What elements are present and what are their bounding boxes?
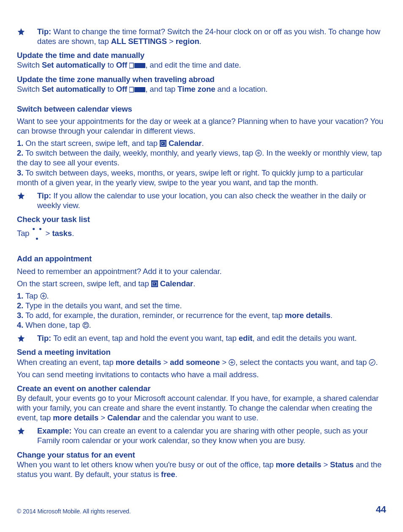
svg-rect-10 xyxy=(154,283,155,284)
tip-callout: Tip: If you allow the calendar to use yo… xyxy=(17,191,386,210)
step-2: 2. To switch between the daily, weekly, … xyxy=(17,148,386,167)
step-4: 4. When done, tap . xyxy=(17,320,386,330)
toggle-off-icon xyxy=(129,87,145,93)
svg-rect-14 xyxy=(85,324,86,325)
body-task-list: Tap • • • > tasks. xyxy=(17,224,386,244)
body-send-meeting-note: You can send meeting invitations to cont… xyxy=(17,370,386,379)
step-3: 3. To add, for example, the duration, re… xyxy=(17,310,386,320)
svg-point-12 xyxy=(83,322,89,328)
svg-rect-0 xyxy=(129,63,133,68)
calendar-tile-icon xyxy=(160,140,166,147)
step-2: 2. Type in the details you want, and set… xyxy=(17,301,386,310)
body-change-status: When you want to let others know when yo… xyxy=(17,460,386,479)
body-update-time: Switch Set automatically to Off , and ed… xyxy=(17,60,386,70)
star-icon xyxy=(17,191,37,210)
heading-switch-views: Switch between calendar views xyxy=(17,104,386,114)
step-list: 1. Tap . 2. Type in the details you want… xyxy=(17,291,386,330)
step-1: 1. Tap . xyxy=(17,291,386,301)
heading-send-meeting: Send a meeting invitation xyxy=(17,347,386,357)
copyright: © 2014 Microsoft Mobile. All rights rese… xyxy=(17,508,131,516)
body-switch-views-intro: Want to see your appointments for the da… xyxy=(17,116,386,136)
heading-task-list: Check your task list xyxy=(17,214,386,224)
body-add-appt-start: On the start screen, swipe left, and tap… xyxy=(17,279,386,288)
circle-plus-icon xyxy=(40,293,47,299)
more-dots-icon: • • • xyxy=(32,224,44,244)
heading-update-time: Update the time and date manually xyxy=(17,50,386,60)
tip-text: Tip: If you allow the calendar to use yo… xyxy=(37,191,386,210)
page-footer: © 2014 Microsoft Mobile. All rights rese… xyxy=(17,504,386,516)
star-icon xyxy=(17,27,37,46)
heading-update-tz: Update the time zone manually when trave… xyxy=(17,74,386,84)
circle-plus-icon xyxy=(229,359,235,366)
step-list: 1. On the start screen, swipe left, and … xyxy=(17,138,386,187)
step-1: 1. On the start screen, swipe left, and … xyxy=(17,138,386,148)
heading-create-other: Create an event on another calendar xyxy=(17,384,386,393)
page-number: 44 xyxy=(376,504,386,516)
body-send-meeting: When creating an event, tap more details… xyxy=(17,357,386,367)
tip-callout: Tip: Want to change the time format? Swi… xyxy=(17,27,386,46)
svg-rect-3 xyxy=(134,87,145,92)
heading-add-appt: Add an appointment xyxy=(17,254,386,263)
calendar-tile-icon xyxy=(151,280,158,287)
svg-rect-2 xyxy=(129,87,133,92)
circle-save-icon xyxy=(82,322,89,329)
svg-rect-6 xyxy=(162,143,163,144)
tip-text: Tip: Want to change the time format? Swi… xyxy=(37,27,386,46)
star-icon xyxy=(17,426,37,445)
svg-rect-1 xyxy=(134,63,145,68)
toggle-off-icon xyxy=(129,63,145,69)
tip-callout: Tip: To edit an event, tap and hold the … xyxy=(17,333,386,343)
example-text: Example: You can create an event to a ca… xyxy=(37,426,386,445)
tip-text: Tip: To edit an event, tap and hold the … xyxy=(37,333,386,343)
body-create-other: By default, your events go to your Micro… xyxy=(17,393,386,422)
example-callout: Example: You can create an event to a ca… xyxy=(17,426,386,445)
body-add-appt-intro: Need to remember an appointment? Add it … xyxy=(17,266,386,276)
heading-change-status: Change your status for an event xyxy=(17,450,386,460)
circle-check-icon xyxy=(369,359,376,366)
body-update-tz: Switch Set automatically to Off , and ta… xyxy=(17,84,386,94)
view-switch-icon xyxy=(255,150,262,156)
step-3: 3. To switch between days, weeks, months… xyxy=(17,168,386,187)
star-icon xyxy=(17,333,37,343)
